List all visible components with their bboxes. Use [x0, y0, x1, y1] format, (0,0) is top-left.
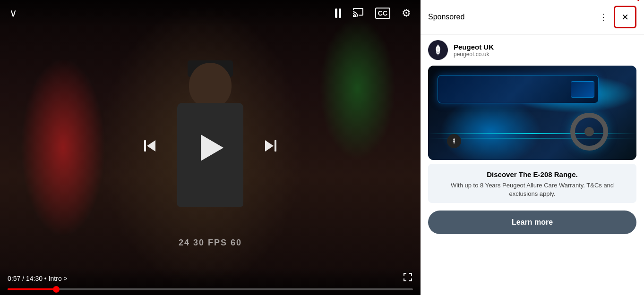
top-right-controls: CC ⚙	[335, 7, 411, 19]
skip-back-button[interactable]	[141, 137, 158, 158]
fps-overlay: 24 30 FPS 60	[179, 238, 242, 248]
svg-rect-2	[275, 140, 276, 152]
ad-image	[428, 66, 636, 160]
play-button[interactable]	[196, 134, 224, 162]
ad-panel: Sponsored ⋮ ×	[421, 0, 644, 295]
learn-more-label: Learn more	[512, 218, 553, 226]
pause-bar-right	[339, 8, 341, 18]
ad-header: Sponsored ⋮ ×	[421, 0, 644, 34]
bottom-controls-bar: 0:57 / 14:30 • Intro >	[0, 268, 421, 295]
car-logo-icon	[450, 137, 458, 145]
advertiser-logo	[428, 40, 448, 60]
steering-wheel	[570, 113, 608, 151]
playback-time: 0:57 / 14:30 • Intro >	[8, 275, 68, 282]
advertiser-row: Peugeot UK peugeot.co.uk	[421, 34, 644, 66]
play-triangle	[201, 135, 223, 161]
learn-more-button[interactable]: Learn more	[428, 211, 636, 234]
time-row: 0:57 / 14:30 • Intro >	[8, 272, 413, 285]
settings-icon[interactable]: ⚙	[402, 7, 411, 19]
ad-header-actions: ⋮ ×	[597, 6, 636, 28]
advertiser-info: Peugeot UK peugeot.co.uk	[454, 43, 494, 58]
dashboard-screen	[438, 75, 599, 103]
more-options-icon[interactable]: ⋮	[597, 9, 610, 25]
sponsored-label: Sponsored	[428, 13, 464, 21]
advertiser-name: Peugeot UK	[454, 43, 494, 51]
video-player: 24 30 FPS 60 ∨ CC	[0, 0, 421, 295]
car-peugeot-logo	[447, 134, 461, 148]
svg-marker-1	[147, 140, 155, 152]
advertiser-url: peugeot.co.uk	[454, 51, 494, 58]
peugeot-logo-icon	[431, 43, 445, 57]
close-button-wrapper: ×	[614, 6, 636, 28]
ad-description: With up to 8 Years Peugeot Allure Care W…	[436, 181, 629, 198]
progress-bar[interactable]	[8, 288, 413, 290]
center-playback-controls	[141, 134, 279, 162]
progress-filled	[8, 288, 56, 290]
ad-content-block: Discover The E-208 Range. With up to 8 Y…	[428, 164, 636, 203]
minimize-icon[interactable]: ∨	[9, 7, 17, 19]
cast-icon[interactable]	[352, 8, 364, 19]
fullscreen-button[interactable]	[403, 272, 413, 285]
closed-captions-icon[interactable]: CC	[375, 8, 390, 19]
dashboard-screen-content	[438, 76, 598, 103]
pause-bar-left	[335, 8, 337, 18]
top-controls-bar: ∨ CC ⚙	[0, 0, 421, 26]
video-frame: 24 30 FPS 60 ∨ CC	[0, 0, 421, 295]
close-icon: ×	[622, 10, 628, 24]
arrow-indicator	[634, 0, 643, 3]
close-ad-button[interactable]: ×	[614, 6, 636, 28]
mini-screen	[571, 81, 594, 98]
skip-forward-button[interactable]	[262, 137, 279, 158]
ad-headline: Discover The E-208 Range.	[436, 170, 629, 178]
svg-rect-0	[144, 140, 146, 152]
top-left-controls: ∨	[9, 7, 17, 19]
person-head	[189, 63, 232, 108]
pause-button[interactable]	[335, 8, 341, 18]
progress-thumb	[53, 286, 60, 293]
svg-marker-3	[265, 140, 274, 152]
